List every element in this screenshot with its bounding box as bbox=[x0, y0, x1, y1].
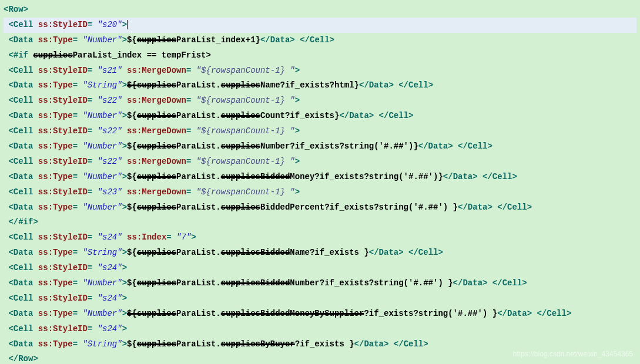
code-line: <Cell ss:StyleID= "s24"> bbox=[4, 261, 636, 276]
redacted-text: supplies bbox=[137, 35, 176, 45]
code-line: <Data ss:Type= "Number">${suppliesParaLi… bbox=[4, 200, 636, 215]
code-line: <Data ss:Type= "Number">${suppliesParaLi… bbox=[4, 109, 636, 124]
code-line: <Data ss:Type= "String">${suppliesParaLi… bbox=[4, 78, 636, 93]
redacted-text: supplies bbox=[221, 203, 260, 212]
code-line: <Cell ss:StyleID= "s22" ss:MergeDown= "$… bbox=[4, 93, 636, 109]
redacted-text: suppliesBidded bbox=[221, 248, 290, 257]
tag-name-row: Row bbox=[8, 5, 23, 14]
code-line-active: <Cell ss:StyleID= "s20"> bbox=[4, 18, 636, 33]
code-line: </#if> bbox=[4, 215, 636, 230]
code-line: <Data ss:Type= "Number">${suppliesParaLi… bbox=[4, 170, 636, 185]
redacted-text: ${ bbox=[127, 309, 137, 318]
redacted-text: suppliesBidded bbox=[221, 172, 290, 181]
redacted-text: supplies bbox=[221, 141, 260, 151]
redacted-text: supplies bbox=[137, 248, 176, 257]
code-line: <Row> bbox=[4, 2, 636, 18]
redacted-text: supplies bbox=[137, 278, 176, 288]
redacted-text: supplies bbox=[137, 309, 176, 318]
redacted-text: supplies bbox=[33, 50, 72, 60]
code-line: <Data ss:Type= "String">${suppliesParaLi… bbox=[4, 245, 636, 261]
code-block: <Row> <Cell ss:StyleID= "s20"> <Data ss:… bbox=[4, 2, 636, 364]
code-line: <Cell ss:StyleID= "s21" ss:MergeDown= "$… bbox=[4, 63, 636, 79]
code-line: <Cell ss:StyleID= "s23" ss:MergeDown= "$… bbox=[4, 185, 636, 200]
code-line: <Cell ss:StyleID= "s22" ss:MergeDown= "$… bbox=[4, 154, 636, 170]
code-line: <Data ss:Type= "Number">${suppliesParaLi… bbox=[4, 139, 636, 154]
code-line: <#if suppliesParaList_index == tempFrist… bbox=[4, 48, 636, 63]
text-cursor bbox=[127, 20, 128, 29]
redacted-text: supplies bbox=[221, 80, 260, 90]
watermark: https://blog.csdn.net/weixin_43454365 bbox=[513, 350, 633, 358]
redacted-text: supplies bbox=[137, 203, 176, 212]
code-line: <Cell ss:StyleID= "s22" ss:MergeDown= "$… bbox=[4, 124, 636, 139]
redacted-text: suppliesBidded bbox=[221, 278, 290, 288]
code-line: <Data ss:Type= "Number">${suppliesParaLi… bbox=[4, 33, 636, 48]
code-line: <Data ss:Type= "Number">${suppliesParaLi… bbox=[4, 276, 636, 291]
code-line: <Cell ss:StyleID= "s24"> bbox=[4, 322, 636, 337]
redacted-text: ${ bbox=[127, 80, 137, 90]
redacted-text: supplies bbox=[221, 111, 260, 120]
code-line: <Cell ss:StyleID= "s24" ss:Index= "7"> bbox=[4, 230, 636, 245]
code-line: <Data ss:Type= "Number">${suppliesParaLi… bbox=[4, 306, 636, 322]
redacted-text: suppliesByBuyer bbox=[221, 339, 295, 349]
redacted-text: supplies bbox=[137, 141, 176, 151]
redacted-text: supplies bbox=[137, 172, 176, 181]
tag-close-bracket: > bbox=[24, 5, 28, 14]
redacted-text: supplies bbox=[137, 339, 176, 349]
redacted-text: supplies bbox=[137, 111, 176, 120]
redacted-text: suppliesBiddedMoneyBySupplier bbox=[221, 309, 364, 318]
redacted-text: supplies bbox=[137, 80, 176, 90]
code-line: <Cell ss:StyleID= "s24"> bbox=[4, 291, 636, 306]
